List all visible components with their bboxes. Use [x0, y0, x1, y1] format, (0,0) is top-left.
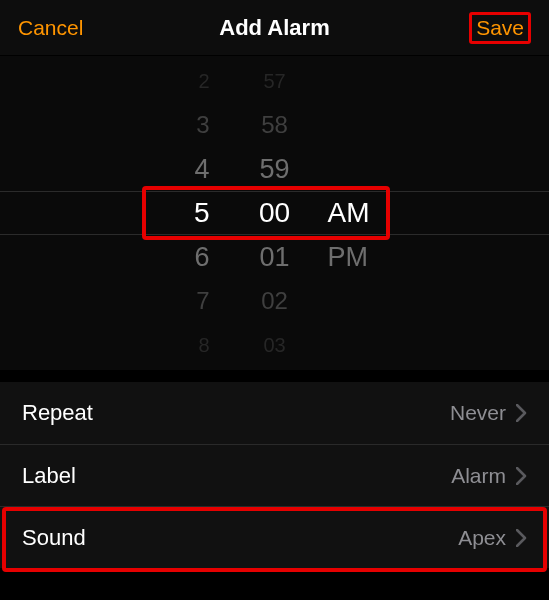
chevron-right-icon — [516, 404, 527, 422]
hour-wheel[interactable]: 2 3 4 5 6 7 8 — [140, 56, 230, 370]
hour-option[interactable]: 7 — [196, 279, 209, 323]
hour-selected[interactable]: 5 — [194, 191, 210, 235]
minute-wheel[interactable]: 57 58 59 00 01 02 03 — [230, 56, 320, 370]
nav-bar: Cancel Add Alarm Save — [0, 0, 549, 56]
hour-option[interactable]: 3 — [196, 103, 209, 147]
save-button-highlight: Save — [469, 12, 531, 44]
sound-label: Sound — [22, 525, 86, 551]
label-row[interactable]: Label Alarm — [0, 444, 549, 506]
minute-option[interactable]: 01 — [259, 235, 289, 279]
repeat-row[interactable]: Repeat Never — [0, 382, 549, 444]
minute-selected[interactable]: 00 — [259, 191, 290, 235]
label-value: Alarm — [451, 464, 506, 488]
sound-value: Apex — [458, 526, 506, 550]
save-button[interactable]: Save — [476, 16, 524, 39]
time-picker[interactable]: 2 3 4 5 6 7 8 57 58 59 00 01 02 03 AM PM — [0, 56, 549, 370]
hour-option[interactable]: 4 — [194, 147, 209, 191]
ampm-option[interactable]: PM — [328, 235, 369, 279]
minute-option[interactable]: 59 — [259, 147, 289, 191]
alarm-settings-list: Repeat Never Label Alarm Sound Apex — [0, 382, 549, 568]
hour-option[interactable]: 8 — [198, 323, 209, 367]
minute-option[interactable]: 03 — [263, 323, 285, 367]
repeat-label: Repeat — [22, 400, 93, 426]
minute-option[interactable]: 02 — [261, 279, 288, 323]
chevron-right-icon — [516, 467, 527, 485]
minute-option[interactable]: 57 — [263, 59, 285, 103]
sound-row[interactable]: Sound Apex — [0, 506, 549, 568]
ampm-wheel[interactable]: AM PM — [320, 56, 410, 370]
cancel-button[interactable]: Cancel — [18, 16, 83, 40]
ampm-selected[interactable]: AM — [328, 191, 370, 235]
hour-option[interactable]: 2 — [198, 59, 209, 103]
minute-option[interactable]: 58 — [261, 103, 288, 147]
chevron-right-icon — [516, 529, 527, 547]
label-label: Label — [22, 463, 76, 489]
hour-option[interactable]: 6 — [194, 235, 209, 279]
repeat-value: Never — [450, 401, 506, 425]
